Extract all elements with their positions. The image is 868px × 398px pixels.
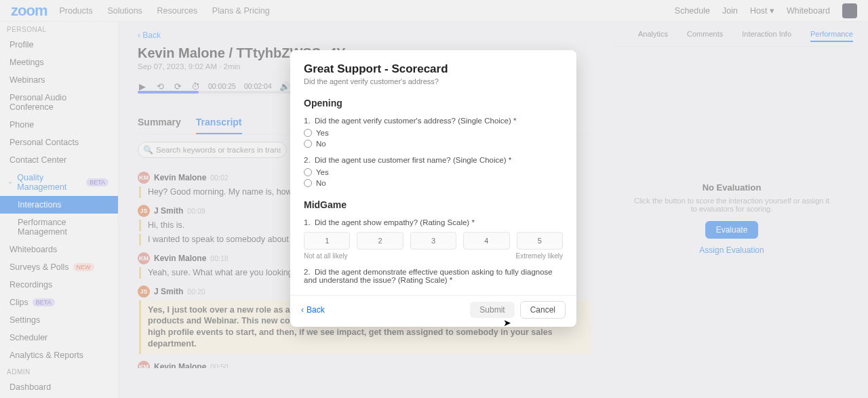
cancel-button[interactable]: Cancel <box>520 301 566 319</box>
radio-option[interactable]: Yes <box>304 168 563 176</box>
radio-option[interactable]: Yes <box>304 129 563 137</box>
scale-cell[interactable]: 2 <box>357 232 403 250</box>
section-heading: Opening <box>304 98 563 108</box>
submit-button[interactable]: Submit <box>470 302 514 318</box>
radio-icon <box>304 129 312 137</box>
radio-option[interactable]: No <box>304 140 563 148</box>
modal-title: Great Support - Scorecard <box>304 62 563 76</box>
modal-footer: ‹ Back Submit Cancel <box>290 295 576 327</box>
question: 2. Did the agent use customer first name… <box>304 156 563 164</box>
scale-labels: Not at all likelyExtremely likely <box>304 252 563 260</box>
scale-cell[interactable]: 5 <box>517 232 563 250</box>
scale-cell[interactable]: 4 <box>463 232 509 250</box>
radio-icon <box>304 168 312 176</box>
scale-cell[interactable]: 3 <box>410 232 456 250</box>
question: 1. Did the agent verify customer's addre… <box>304 117 563 125</box>
modal-subtitle: Did the agent verify customer's address? <box>304 77 563 85</box>
rating-scale: 12345 <box>304 232 563 250</box>
radio-option[interactable]: No <box>304 179 563 187</box>
scale-cell[interactable]: 1 <box>304 232 350 250</box>
section-heading: MidGame <box>304 199 563 210</box>
radio-icon <box>304 179 312 187</box>
modal-back-button[interactable]: ‹ Back <box>301 305 325 315</box>
scorecard-modal: Great Support - Scorecard Did the agent … <box>290 50 576 327</box>
question: 1. Did the agent show empathy? (Rating S… <box>304 218 563 226</box>
radio-icon <box>304 140 312 148</box>
question: 2. Did the agent demonstrate effective q… <box>304 268 563 284</box>
